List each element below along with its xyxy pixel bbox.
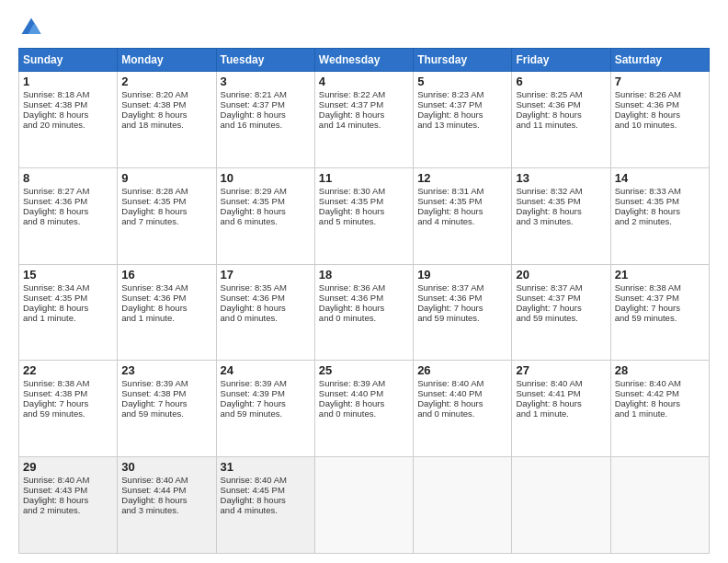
calendar-cell: 14Sunrise: 8:33 AMSunset: 4:35 PMDayligh…	[610, 167, 709, 264]
day-info-line: Sunrise: 8:38 AM	[615, 282, 705, 293]
day-info-line: Sunrise: 8:25 AM	[516, 89, 606, 99]
weekday-header-wednesday: Wednesday	[314, 49, 413, 72]
day-info-line: and 59 minutes.	[23, 408, 113, 419]
day-info-line: Daylight: 8 hours	[417, 206, 507, 216]
day-info-line: Sunset: 4:35 PM	[516, 196, 606, 206]
day-info-line: Daylight: 8 hours	[121, 495, 211, 505]
day-info-line: and 20 minutes.	[23, 120, 113, 130]
day-info-line: Sunrise: 8:34 AM	[23, 282, 113, 293]
calendar-cell: 30Sunrise: 8:40 AMSunset: 4:44 PMDayligh…	[118, 457, 216, 554]
calendar-cell: 26Sunrise: 8:40 AMSunset: 4:40 PMDayligh…	[414, 361, 512, 457]
day-info-line: Sunset: 4:35 PM	[319, 196, 409, 206]
day-number: 22	[23, 363, 113, 377]
day-info-line: Sunrise: 8:23 AM	[417, 89, 507, 99]
logo-icon	[18, 15, 44, 40]
day-info-line: Daylight: 8 hours	[417, 109, 507, 120]
day-number: 25	[319, 363, 409, 377]
day-info-line: and 2 minutes.	[23, 505, 113, 515]
day-info-line: Sunset: 4:42 PM	[615, 388, 705, 398]
day-info-line: and 3 minutes.	[516, 216, 606, 226]
day-number: 6	[516, 75, 606, 88]
calendar-cell: 31Sunrise: 8:40 AMSunset: 4:45 PMDayligh…	[216, 457, 314, 554]
day-info-line: Sunrise: 8:35 AM	[221, 282, 311, 293]
weekday-header-sunday: Sunday	[19, 49, 118, 72]
day-info-line: Sunset: 4:40 PM	[417, 388, 507, 398]
day-number: 30	[121, 460, 211, 474]
day-info-line: and 13 minutes.	[417, 120, 507, 130]
day-info-line: Daylight: 8 hours	[221, 303, 311, 313]
day-info-line: Daylight: 8 hours	[23, 109, 113, 120]
day-info-line: Sunrise: 8:36 AM	[319, 282, 409, 293]
day-info-line: and 5 minutes.	[319, 216, 409, 226]
day-info-line: and 1 minute.	[23, 313, 113, 323]
day-info-line: and 1 minute.	[121, 313, 211, 323]
day-info-line: and 59 minutes.	[121, 408, 211, 419]
day-number: 26	[417, 363, 507, 377]
calendar-cell	[512, 457, 610, 554]
day-info-line: Sunrise: 8:39 AM	[319, 378, 409, 388]
day-info-line: Sunset: 4:44 PM	[121, 485, 211, 495]
day-info-line: Daylight: 8 hours	[516, 206, 606, 216]
day-info-line: Sunrise: 8:30 AM	[319, 186, 409, 196]
day-info-line: Sunset: 4:37 PM	[516, 293, 606, 303]
day-number: 2	[121, 75, 211, 88]
day-info-line: Sunset: 4:37 PM	[319, 99, 409, 109]
calendar-cell: 22Sunrise: 8:38 AMSunset: 4:38 PMDayligh…	[19, 361, 118, 457]
day-info-line: Sunset: 4:36 PM	[615, 99, 705, 109]
day-info-line: Sunrise: 8:40 AM	[23, 475, 113, 485]
day-info-line: and 59 minutes.	[417, 313, 507, 323]
calendar-cell: 1Sunrise: 8:18 AMSunset: 4:38 PMDaylight…	[19, 72, 118, 168]
weekday-header-row: SundayMondayTuesdayWednesdayThursdayFrid…	[19, 49, 710, 72]
day-info-line: Sunrise: 8:26 AM	[615, 89, 705, 99]
day-number: 7	[615, 75, 705, 88]
calendar-week-5: 29Sunrise: 8:40 AMSunset: 4:43 PMDayligh…	[19, 457, 710, 554]
day-info-line: and 59 minutes.	[615, 313, 705, 323]
day-info-line: Daylight: 8 hours	[121, 109, 211, 120]
day-info-line: and 8 minutes.	[23, 216, 113, 226]
day-info-line: Sunset: 4:35 PM	[23, 293, 113, 303]
calendar-cell: 19Sunrise: 8:37 AMSunset: 4:36 PMDayligh…	[414, 264, 512, 361]
day-info-line: Daylight: 8 hours	[221, 495, 311, 505]
day-number: 11	[319, 171, 409, 185]
day-info-line: Sunset: 4:36 PM	[23, 196, 113, 206]
day-info-line: and 10 minutes.	[615, 120, 705, 130]
day-info-line: Daylight: 8 hours	[319, 109, 409, 120]
day-info-line: Sunset: 4:38 PM	[121, 99, 211, 109]
day-info-line: Sunrise: 8:22 AM	[319, 89, 409, 99]
weekday-header-friday: Friday	[512, 49, 610, 72]
day-info-line: Daylight: 8 hours	[615, 206, 705, 216]
day-number: 12	[417, 171, 507, 185]
calendar-week-4: 22Sunrise: 8:38 AMSunset: 4:38 PMDayligh…	[19, 361, 710, 457]
day-number: 5	[417, 75, 507, 88]
calendar-cell	[314, 457, 413, 554]
day-info-line: and 0 minutes.	[319, 313, 409, 323]
day-info-line: and 59 minutes.	[221, 408, 311, 419]
day-info-line: Daylight: 8 hours	[417, 398, 507, 408]
day-info-line: Sunset: 4:38 PM	[23, 388, 113, 398]
calendar-cell: 8Sunrise: 8:27 AMSunset: 4:36 PMDaylight…	[19, 167, 118, 264]
calendar-cell: 9Sunrise: 8:28 AMSunset: 4:35 PMDaylight…	[118, 167, 216, 264]
day-info-line: Sunset: 4:37 PM	[615, 293, 705, 303]
day-info-line: Daylight: 8 hours	[615, 398, 705, 408]
day-number: 31	[221, 460, 311, 474]
day-info-line: and 6 minutes.	[221, 216, 311, 226]
day-info-line: Sunset: 4:38 PM	[121, 388, 211, 398]
day-info-line: Sunset: 4:36 PM	[417, 293, 507, 303]
day-info-line: Sunset: 4:39 PM	[221, 388, 311, 398]
day-info-line: Sunrise: 8:34 AM	[121, 282, 211, 293]
day-info-line: Sunrise: 8:33 AM	[615, 186, 705, 196]
calendar-week-2: 8Sunrise: 8:27 AMSunset: 4:36 PMDaylight…	[19, 167, 710, 264]
day-number: 10	[221, 171, 311, 185]
day-number: 21	[615, 268, 705, 282]
calendar-cell: 6Sunrise: 8:25 AMSunset: 4:36 PMDaylight…	[512, 72, 610, 168]
day-info-line: Sunrise: 8:21 AM	[221, 89, 311, 99]
day-info-line: Sunset: 4:36 PM	[121, 293, 211, 303]
day-info-line: and 3 minutes.	[121, 505, 211, 515]
day-number: 19	[417, 268, 507, 282]
weekday-header-thursday: Thursday	[414, 49, 512, 72]
day-number: 29	[23, 460, 113, 474]
day-info-line: Daylight: 8 hours	[319, 206, 409, 216]
day-info-line: Sunset: 4:45 PM	[221, 485, 311, 495]
calendar-cell: 5Sunrise: 8:23 AMSunset: 4:37 PMDaylight…	[414, 72, 512, 168]
day-number: 18	[319, 268, 409, 282]
